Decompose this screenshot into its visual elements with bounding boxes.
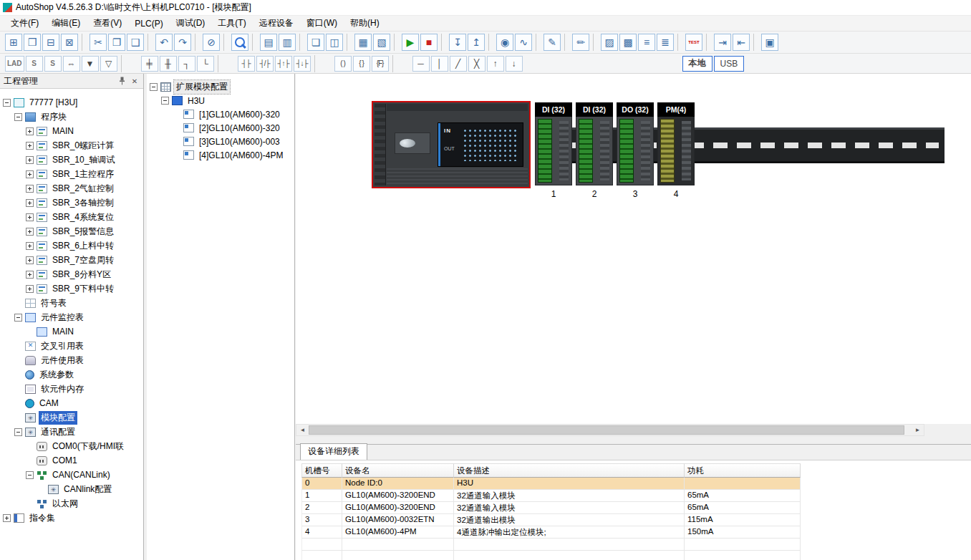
tree-item-can[interactable]: CAN(CANLink) — [0, 468, 143, 482]
open-project-icon[interactable]: ❒ — [24, 34, 41, 51]
table-row[interactable]: 0 Node ID:0 H3U — [301, 478, 968, 490]
upload-icon[interactable]: ↥ — [468, 34, 485, 51]
run-icon[interactable]: ▶ — [402, 34, 419, 51]
menu-item[interactable]: 编辑(E) — [45, 16, 87, 31]
pin-icon[interactable] — [117, 76, 127, 86]
step-out-icon[interactable]: ⇤ — [733, 34, 750, 51]
separator[interactable] — [299, 34, 304, 51]
expand-icon[interactable] — [26, 185, 34, 193]
tree-item-sbr9[interactable]: SBR_9下料中转 — [0, 281, 143, 296]
tree-item-ext-module-config[interactable]: 扩展模块配置 — [147, 80, 294, 94]
tree-item-module-2[interactable]: [2]GL10(AM600)-320 — [147, 121, 294, 135]
up-icon[interactable]: ↑ — [487, 56, 504, 72]
local-button[interactable]: 本地 — [682, 56, 712, 72]
menu-item[interactable]: 查看(V) — [87, 16, 128, 31]
menu-item[interactable]: 帮助(H) — [344, 16, 386, 31]
expand-icon[interactable] — [26, 256, 34, 264]
instruction-list-icon[interactable]: ▦ — [354, 34, 372, 51]
write-monitor-icon[interactable]: ✎ — [544, 34, 561, 51]
collapse-icon[interactable] — [14, 428, 22, 436]
tree-item-module-config[interactable]: 模块配置 — [0, 410, 143, 425]
collapse-icon[interactable] — [3, 99, 11, 107]
output-window-icon[interactable]: ◫ — [326, 34, 343, 51]
table-row[interactable]: 3 GL10(AM600)-0032ETN 32通道输出模块 115mA — [301, 514, 968, 526]
collapse-icon[interactable] — [14, 113, 22, 121]
tree-item-cross-reference[interactable]: 交叉引用表 — [0, 339, 143, 353]
separator[interactable] — [223, 34, 228, 51]
expand-icon[interactable] — [26, 271, 34, 279]
column-header-slot[interactable]: 机槽号 — [301, 463, 342, 478]
tree-item-module-1[interactable]: [1]GL10(AM600)-320 — [147, 107, 294, 121]
separator[interactable] — [347, 34, 352, 51]
table-row[interactable]: 1 GL10(AM600)-3200END 32通道输入模块 65mA — [301, 490, 968, 502]
tree-item-system-params[interactable]: 系统参数 — [0, 367, 143, 382]
tree-item-com1[interactable]: COM1 — [0, 453, 143, 468]
find-icon[interactable] — [231, 34, 248, 51]
tree-item-project-root[interactable]: 77777 [H3U] — [0, 95, 143, 110]
tree-item-canlink-config[interactable]: CANlink配置 — [0, 482, 143, 496]
tree-item-com0[interactable]: COM0(下载/HMI联 — [0, 439, 143, 453]
step-into-icon[interactable]: ⇥ — [714, 34, 731, 51]
expansion-module[interactable]: DI (32) 1 — [535, 102, 572, 199]
expand-icon[interactable] — [26, 228, 34, 236]
delete-icon[interactable]: ⊘ — [203, 34, 220, 51]
separator[interactable] — [441, 34, 446, 51]
insert-row-icon[interactable]: ▼ — [82, 56, 99, 72]
table-row[interactable] — [301, 551, 968, 560]
table-row[interactable]: 2 GL10(AM600)-3200END 32通道输入模块 65mA — [301, 502, 968, 514]
tree-item-device-memory[interactable]: 软元件内存 — [0, 382, 143, 396]
tree-item-cam[interactable]: CAM — [0, 396, 143, 410]
applied-instruction-icon[interactable]: { } — [353, 56, 370, 72]
function-icon[interactable]: {F} — [372, 56, 389, 72]
collapse-icon[interactable] — [161, 97, 169, 105]
usb-button[interactable]: USB — [714, 56, 745, 72]
column-header-power[interactable]: 功耗 — [685, 463, 801, 478]
menu-item[interactable]: 文件(F) — [4, 16, 45, 31]
expand-icon[interactable] — [26, 170, 34, 178]
table-row[interactable] — [301, 539, 968, 551]
separator[interactable] — [706, 34, 711, 51]
tree-item-sbr8[interactable]: SBR_8分料Y区 — [0, 267, 143, 281]
collapse-icon[interactable] — [14, 314, 22, 322]
collapse-icon[interactable] — [26, 471, 34, 479]
horizontal-scrollbar[interactable]: ◄ ► — [296, 424, 924, 436]
tree-item-sbr4[interactable]: SBR_4系统复位 — [0, 210, 143, 224]
cut-icon[interactable]: ✂ — [90, 34, 107, 51]
comment-display-icon[interactable]: ▧ — [373, 34, 390, 51]
print-icon[interactable]: ▤ — [260, 34, 277, 51]
save-all-icon[interactable]: ⊠ — [61, 34, 78, 51]
paste-icon[interactable]: ❑ — [127, 34, 144, 51]
tree-item-sbr3[interactable]: SBR_3各轴控制 — [0, 195, 143, 210]
trace-icon[interactable]: ✏ — [572, 34, 589, 51]
copy-icon[interactable]: ❐ — [108, 34, 125, 51]
expand-icon[interactable] — [26, 127, 34, 135]
tree-item-sbr5[interactable]: SBR_5报警信息 — [0, 224, 143, 238]
lad-mode-icon[interactable]: LAD — [5, 56, 24, 72]
falling-contact-icon[interactable]: ┤↓├ — [294, 56, 311, 72]
tree-item-module-3[interactable]: [3]GL10(AM600)-003 — [147, 135, 294, 148]
vline-icon[interactable]: │ — [431, 56, 448, 72]
separator[interactable] — [392, 55, 410, 72]
tree-item-sbr2[interactable]: SBR_2气缸控制 — [0, 181, 143, 195]
down-icon[interactable]: ↓ — [506, 56, 523, 72]
rising-contact-icon[interactable]: ┤↑├ — [275, 56, 292, 72]
tree-item-sbr1[interactable]: SBR_1主控程序 — [0, 167, 143, 181]
tree-item-element-usage[interactable]: 元件使用表 — [0, 353, 143, 367]
tree-item-sbr7[interactable]: SBR_7空盘周转 — [0, 253, 143, 267]
tree-item-monitor-tables[interactable]: 元件监控表 — [0, 310, 143, 324]
compile-all-icon[interactable]: ▩ — [619, 34, 637, 51]
oscilloscope-icon[interactable]: ∿ — [515, 34, 532, 51]
align-vertical-icon[interactable]: ≣ — [657, 34, 674, 51]
tree-item-main[interactable]: MAIN — [0, 124, 143, 138]
expand-icon[interactable] — [26, 142, 34, 150]
new-file-icon[interactable]: ⊞ — [5, 34, 22, 51]
expand-icon[interactable] — [26, 199, 34, 207]
expand-icon[interactable] — [3, 514, 11, 522]
expand-icon[interactable] — [26, 213, 34, 221]
download-icon[interactable]: ↧ — [449, 34, 466, 51]
project-window-icon[interactable]: ❏ — [307, 34, 324, 51]
undo-icon[interactable]: ↶ — [155, 34, 173, 51]
menu-item[interactable]: 调试(D) — [170, 16, 212, 31]
scroll-thumb[interactable] — [309, 425, 904, 435]
separator[interactable] — [252, 34, 257, 51]
